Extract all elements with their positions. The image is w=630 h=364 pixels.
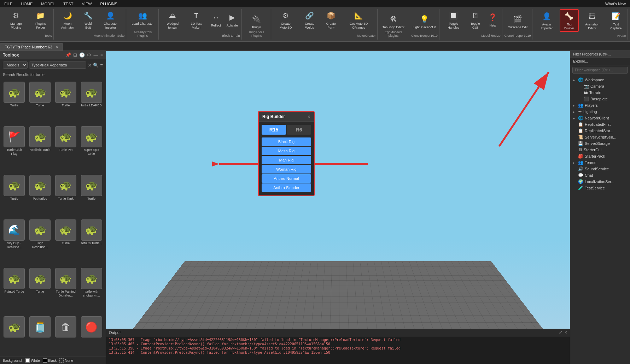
- toolbox-minimize-icon[interactable]: —: [93, 52, 98, 58]
- model-item[interactable]: 🐢Turtle: [28, 266, 52, 313]
- tool-grip-editor-button[interactable]: 🛠 Tool Grip Editor: [381, 13, 406, 30]
- model-item[interactable]: 🐢: [2, 315, 27, 354]
- toolbox-close-icon[interactable]: ×: [100, 52, 103, 58]
- tree-item-replicatedfirst[interactable]: 📋ReplicatedFirst: [570, 121, 630, 128]
- model-item[interactable]: 🐢High Resolutio...: [28, 218, 52, 265]
- model-item[interactable]: 🐢Turtle Painted Dignifier...: [54, 266, 78, 313]
- model-item[interactable]: 🐢Turtle: [54, 218, 78, 265]
- viewport[interactable]: Rig Builder × R15 R6 Block Rig Mesh Rig …: [106, 51, 570, 364]
- model-item[interactable]: 🫙: [28, 315, 52, 354]
- model-item[interactable]: 🐢Turtle Pet: [54, 125, 78, 172]
- mesh-rig-button[interactable]: Mesh Rig: [262, 147, 311, 155]
- model-item[interactable]: 🐢Turtle: [2, 80, 27, 123]
- reflect-button[interactable]: ↔ Reflect: [208, 9, 224, 30]
- text-capture-button[interactable]: 📝 Text Capture: [606, 9, 626, 32]
- model-type-dropdown[interactable]: Models: [3, 61, 28, 69]
- block-rig-button[interactable]: Block Rig: [262, 137, 311, 146]
- man-rig-button[interactable]: Man Rig: [262, 156, 311, 164]
- tree-item-baseplate[interactable]: ⬛Baseplate: [570, 96, 630, 102]
- output-expand-icon[interactable]: ⤢: [559, 330, 562, 335]
- tree-item-lighting[interactable]: ▸☀Lighting: [570, 108, 630, 115]
- menu-home[interactable]: HOME: [19, 1, 35, 7]
- tree-item-replicatedstor...[interactable]: 📋ReplicatedStor...: [570, 128, 630, 134]
- model-item[interactable]: 🐢super Epic turtle: [79, 125, 104, 172]
- model-item[interactable]: 🐢Turtle: [28, 80, 52, 123]
- toolbox-pin-icon[interactable]: 📌: [65, 52, 71, 58]
- help-button[interactable]: ❓ Help: [485, 9, 501, 30]
- toolbox-clock-icon[interactable]: 🕐: [79, 52, 85, 58]
- plugins-folder-button[interactable]: 📁 Plugins Folder: [29, 9, 52, 30]
- output-close-icon[interactable]: ×: [565, 330, 567, 335]
- get-motor6d-button[interactable]: 📐 Get Motor6D CFrames: [342, 9, 375, 30]
- tree-item-workspace[interactable]: ▸🌐Workspace: [570, 77, 630, 83]
- tree-item-serverstorage[interactable]: 💾ServerStorage: [570, 140, 630, 147]
- 3d-text-button[interactable]: T 3D Text Maker: [185, 9, 207, 30]
- anthro-slender-button[interactable]: Anthro Slender: [262, 183, 311, 192]
- model-item[interactable]: 🐢Turtle Tank: [54, 174, 78, 217]
- menu-view[interactable]: VIEW: [80, 1, 94, 7]
- model-item[interactable]: 🐢turtle LEAKED: [79, 80, 104, 123]
- explorer-filter-input[interactable]: [572, 67, 628, 74]
- tree-item-camera[interactable]: 📷Camera: [570, 83, 630, 89]
- bg-black-option[interactable]: Black: [43, 358, 57, 363]
- model-item[interactable]: 🐢Painted Turtle: [2, 266, 27, 313]
- toggle-gui-button[interactable]: 🖥 Toggle GUI: [466, 9, 484, 30]
- tree-item-chat[interactable]: 💬Chat: [570, 172, 630, 178]
- load-character-button[interactable]: 👥 Load Character: [130, 9, 155, 27]
- toolbox-settings-icon[interactable]: ⚙: [87, 52, 91, 58]
- model-item[interactable]: 🐢Tofuu's Turtle...: [79, 218, 104, 265]
- tree-item-startergui[interactable]: 🖥StarterGui: [570, 147, 630, 153]
- model-item[interactable]: 🗑: [54, 315, 78, 354]
- model-item[interactable]: 🐢Turtle: [79, 174, 104, 217]
- light-placer-button[interactable]: 💡 Light PlacerV1.0: [411, 13, 437, 30]
- tree-item-testservice[interactable]: 🧪TestService: [570, 185, 630, 191]
- rig-builder-toolbar-button[interactable]: 🦴 Rig Builder: [560, 9, 579, 32]
- menu-plugins[interactable]: PLUGINS: [98, 1, 119, 7]
- search-clear-button[interactable]: ✕: [88, 63, 92, 68]
- main-tab[interactable]: FGTYT's Place Number: 63 ×: [0, 43, 63, 51]
- cutscene-edit-button[interactable]: 🎬 Cutscene Edit: [506, 13, 529, 30]
- bg-white-option[interactable]: White: [25, 358, 40, 363]
- toolbox-grid-icon[interactable]: ⊞: [73, 52, 77, 58]
- character-inserter-button[interactable]: 👤 Character Inserter: [97, 9, 124, 30]
- search-input[interactable]: [29, 61, 86, 69]
- animation-editor-button[interactable]: 🎞 Animation Editor: [579, 9, 605, 32]
- menu-file[interactable]: FILE: [2, 1, 14, 7]
- model-item[interactable]: 🐢Turtle: [54, 80, 78, 123]
- anthro-normal-button[interactable]: Anthro Normal: [262, 174, 311, 183]
- create-welds-button[interactable]: 🔗 Create Welds: [299, 9, 320, 30]
- rig-tab-r6[interactable]: R6: [287, 125, 311, 135]
- model-item[interactable]: 🐢Realistic Turtle: [28, 125, 52, 172]
- avatar-importer-button[interactable]: 👤 Avatar Importer: [535, 9, 559, 32]
- search-options-button[interactable]: ≡: [100, 63, 103, 68]
- model-item[interactable]: 🐢turtle with shotgun(n...: [79, 266, 104, 313]
- whats-new-link[interactable]: What's New: [603, 1, 628, 7]
- bg-none-option[interactable]: None: [59, 358, 73, 363]
- create-part-button[interactable]: 📦 Create Part*: [321, 9, 341, 30]
- toggle-handles-button[interactable]: 🔲 Toggle Handles: [442, 9, 466, 30]
- tree-item-terrain[interactable]: 🏔Terrain: [570, 89, 630, 96]
- weld-edit-button[interactable]: 🔧 Weld Edit: [80, 9, 96, 30]
- rig-builder-close-button[interactable]: ×: [308, 114, 310, 119]
- wedged-terrain-button[interactable]: ⛰ Wedged terrain: [161, 9, 185, 30]
- moon-animator-button[interactable]: 🌙 Moon Animator: [56, 9, 80, 30]
- explore-toggle[interactable]: Explore...: [570, 58, 630, 65]
- tree-item-networkclient[interactable]: ▸🌐NetworkClient: [570, 115, 630, 121]
- tree-item-serverscriptsen...[interactable]: 📜ServerScriptSen...: [570, 134, 630, 140]
- kingandi-btn[interactable]: 🔌 Plugin: [249, 13, 264, 30]
- model-item[interactable]: 🌊Sky Buy ~ Realistic...: [2, 218, 27, 265]
- rig-tab-r15[interactable]: R15: [262, 125, 286, 135]
- manage-plugins-button[interactable]: ⚙ Manage Plugins: [4, 9, 29, 30]
- tree-item-teams[interactable]: ▸👥Teams: [570, 159, 630, 166]
- menu-model[interactable]: MODEL: [39, 1, 57, 7]
- tab-close-button[interactable]: ×: [56, 45, 58, 49]
- menu-test[interactable]: TEST: [61, 1, 75, 7]
- activate-button[interactable]: ▶ Activate: [224, 9, 240, 30]
- model-item[interactable]: 🔴: [79, 315, 104, 354]
- create-motor6d-button[interactable]: ⚙ Create Motor6D: [273, 9, 298, 30]
- model-item[interactable]: 🐢Pet turtles: [28, 174, 52, 217]
- tree-item-localizationser...[interactable]: 🌍LocalizationSer...: [570, 178, 630, 185]
- model-item[interactable]: 🚩Turtle Club Flag: [2, 125, 27, 172]
- search-submit-button[interactable]: 🔍: [93, 63, 99, 68]
- tree-item-soundservice[interactable]: 🔊SoundService: [570, 166, 630, 172]
